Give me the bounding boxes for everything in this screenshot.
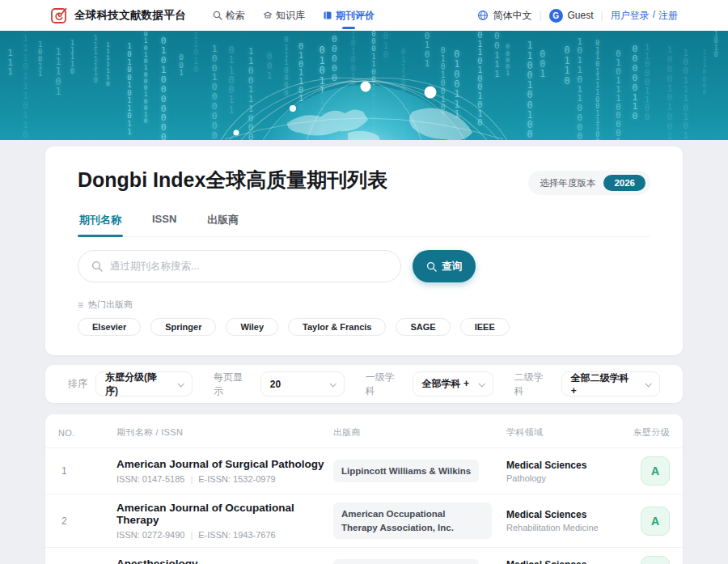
col-header-name-issn: 期刊名称 / ISSN [116,426,333,439]
language-switcher[interactable]: 简体中文 [477,9,531,23]
sort-label: 排序 [68,377,87,391]
tab-journal-name[interactable]: 期刊名称 [78,206,123,236]
chevron-down-icon [329,380,336,387]
language-label: 简体中文 [493,9,531,23]
top-bar: 全球科技文献数据平台 检索 知识库 期刊评价 简体中文 [0,0,728,31]
avatar: G [549,9,563,23]
publisher-chip: American Occupational Therapy Associatio… [333,503,492,539]
journal-issn: ISSN: 0272-9490 | E-ISSN: 1943-7676 [116,530,333,540]
sub-discipline-label: 二级学科 [514,371,553,398]
globe-icon [477,10,489,21]
publisher-pill-springer[interactable]: Springer [150,318,216,336]
journal-issn: ISSN: 0147-5185 | E-ISSN: 1532-0979 [116,474,333,484]
table-row[interactable]: 1 American Journal of Surgical Pathology… [45,447,683,494]
publisher-cell: Lippincott Williams & Wilkins [333,460,506,483]
journal-name-link[interactable]: Anesthesiology [116,558,333,564]
journal-cell: American Journal of Occupational Therapy… [116,502,333,540]
globe-illustration [105,34,623,140]
auth-links: 用户登录 / 注册 [611,9,678,23]
per-page-select[interactable]: 20 [260,371,345,396]
sub-discipline-value: 全部二级学科 + [571,371,637,396]
nav-label: 知识库 [276,9,305,23]
journal-cell: American Journal of Surgical Pathology I… [116,458,333,484]
subfield-name: Pathology [506,473,623,483]
search-mode-tabs: 期刊名称 ISSN 出版商 [78,206,650,237]
sub-discipline-filter-group: 二级学科 全部二级学科 + [514,371,660,398]
tab-publisher[interactable]: 出版商 [205,206,240,236]
search-input[interactable] [110,261,387,272]
main-nav: 检索 知识库 期刊评价 [204,0,383,31]
discipline-filter-group: 一级学科 全部学科 + [366,371,493,398]
journal-name-link[interactable]: American Journal of Surgical Pathology [116,458,333,470]
tab-issn[interactable]: ISSN [150,206,178,236]
per-page-value: 20 [270,379,281,390]
col-header-grade: 东壁分级 [623,426,670,439]
year-version-selector[interactable]: 选择年度版本 2026 [528,171,650,195]
field-name: Medical Sciences [506,559,623,564]
journal-list-card: Dongbi Index全球高质量期刊列表 选择年度版本 2026 期刊名称 I… [45,146,683,355]
field-name: Medical Sciences [506,460,623,471]
discipline-select[interactable]: 全部学科 + [413,371,493,396]
divider: | [601,10,603,21]
table-header-row: NO. 期刊名称 / ISSN 出版商 学科领域 东壁分级 [45,418,683,447]
platform-logo-icon [50,6,68,24]
issn-divider: | [190,530,193,540]
publisher-pill-sage[interactable]: SAGE [396,318,450,336]
search-icon [91,261,103,272]
table-row[interactable]: 2 American Journal of Occupational Thera… [45,494,683,547]
nav-item-knowledge[interactable]: 知识库 [254,0,314,31]
journal-icon [323,11,332,20]
nav-label: 检索 [226,9,245,23]
chevron-down-icon [645,380,651,387]
list-icon: ≡ [78,299,83,311]
page-title: Dongbi Index全球高质量期刊列表 [78,168,387,193]
discipline-value: 全部学科 + [422,377,469,391]
brand: 全球科技文献数据平台 [50,6,186,24]
col-header-publisher: 出版商 [333,426,506,439]
journal-table: NO. 期刊名称 / ISSN 出版商 学科领域 东壁分级 1 American… [45,414,683,564]
search-icon [213,11,222,20]
table-row[interactable]: 3 Anesthesiology ISSN: 0003-3022 | E-ISS… [45,547,683,564]
query-button-label: 查询 [442,260,462,274]
nav-item-search[interactable]: 检索 [204,0,254,31]
query-button[interactable]: 查询 [413,250,476,282]
publisher-pill-wiley[interactable]: Wiley [226,318,278,336]
hot-publishers-label: 热门出版商 [88,299,133,311]
publisher-chip: Lippincott Williams & Wilkins [333,460,479,483]
grade-badge: A [641,507,670,536]
field-name: Medical Sciences [506,509,623,520]
register-link[interactable]: 注册 [658,9,678,23]
field-cell: Medical Sciences Rehabilitation Medicine [506,509,623,532]
header-right: 简体中文 | G Guest | 用户登录 / 注册 [477,9,678,23]
publisher-pill-ieee[interactable]: IEEE [460,318,510,336]
username: Guest [568,10,594,21]
nav-item-journal-evaluation[interactable]: 期刊评价 [314,0,383,31]
journal-name-link[interactable]: American Journal of Occupational Therapy [116,502,333,526]
user-menu[interactable]: G Guest [549,9,594,23]
nav-label: 期刊评价 [336,9,375,23]
publisher-pill-taylor-francis[interactable]: Taylor & Francis [288,318,386,336]
issn-value: ISSN: 0272-9490 [116,530,184,540]
year-badge: 2026 [603,175,645,191]
col-header-field: 学科领域 [506,426,623,439]
sort-filter-group: 排序 东壁分级(降序) [68,371,193,396]
field-cell: Medical Sciences Anesthesiology [506,559,623,564]
page-body: Dongbi Index全球高质量期刊列表 选择年度版本 2026 期刊名称 I… [0,140,728,564]
subfield-name: Rehabilitation Medicine [506,523,623,532]
discipline-label: 一级学科 [366,371,404,398]
sort-select[interactable]: 东壁分级(降序) [95,371,193,396]
sub-discipline-select[interactable]: 全部二级学科 + [561,371,660,396]
eissn-value: E-ISSN: 1943-7676 [198,530,275,540]
chevron-down-icon [177,380,184,387]
grade-badge: A [641,456,670,486]
filter-bar: 排序 东壁分级(降序) 每页显示 20 一级学科 全部学科 + 二级学科 全部二… [45,365,683,403]
publisher-cell: Lippincott Williams & Wilkins [333,559,506,564]
col-header-no: NO. [58,428,116,438]
platform-title: 全球科技文献数据平台 [74,8,186,23]
publisher-pill-elsevier[interactable]: Elsevier [78,318,141,336]
login-link[interactable]: 用户登录 [611,9,650,23]
journal-cell: Anesthesiology ISSN: 0003-3022 | E-ISSN:… [116,558,333,564]
row-number: 1 [58,465,116,477]
issn-value: ISSN: 0147-5185 [116,474,184,484]
search-box[interactable] [78,250,401,282]
